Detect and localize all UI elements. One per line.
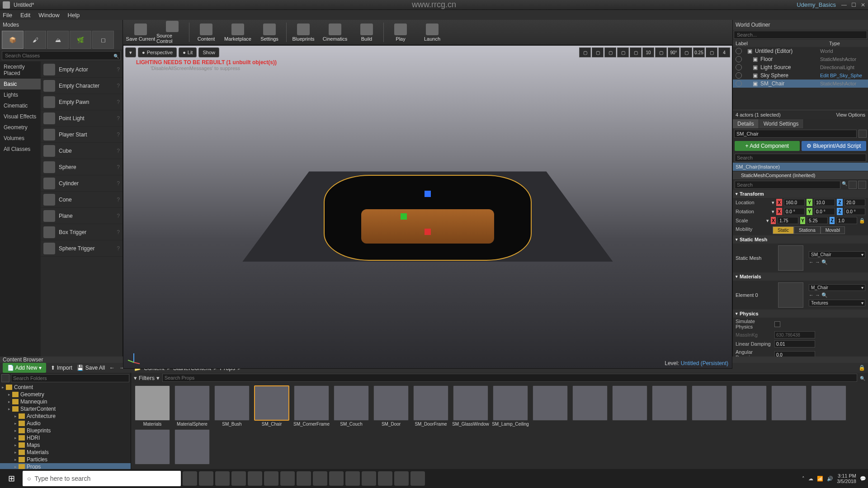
taskbar-clock[interactable]: 3:11 PM3/5/2018 bbox=[837, 473, 856, 484]
mode-place-icon[interactable]: 📦 bbox=[2, 31, 24, 49]
scale-lock-icon[interactable]: 🔒 bbox=[859, 218, 865, 224]
viewport-level-link[interactable]: Untitled (Persistent) bbox=[681, 360, 728, 366]
asset-tile[interactable]: SM_DoorFrame bbox=[412, 385, 449, 427]
viewport-tool-button[interactable]: ▢ bbox=[706, 47, 717, 57]
mobility-movable-button[interactable]: Movabl bbox=[821, 226, 845, 234]
asset-tile[interactable]: SM_Couch bbox=[333, 385, 370, 427]
gizmo-x-icon[interactable] bbox=[425, 229, 431, 235]
scale-y-input[interactable] bbox=[807, 217, 828, 224]
asset-tile[interactable] bbox=[691, 385, 728, 427]
viewport-tool-button[interactable]: 0.25 bbox=[693, 47, 705, 57]
asset-tile[interactable]: MaterialSphere bbox=[174, 385, 211, 427]
taskbar-app-icon[interactable] bbox=[313, 471, 327, 486]
section-materials[interactable]: Materials bbox=[733, 272, 868, 281]
section-static-mesh[interactable]: Static Mesh bbox=[733, 235, 868, 244]
tree-node[interactable]: ▸Content bbox=[0, 384, 131, 391]
modes-item[interactable]: Empty Pawn? bbox=[41, 94, 123, 110]
modes-item[interactable]: Cube? bbox=[41, 143, 123, 159]
taskbar-app-icon[interactable] bbox=[231, 471, 246, 486]
asset-tile[interactable] bbox=[611, 385, 648, 427]
taskbar-app-icon[interactable] bbox=[248, 471, 262, 486]
outliner-columns[interactable]: LabelType bbox=[733, 40, 868, 47]
tree-node[interactable]: ▸StarterContent bbox=[0, 405, 131, 413]
modes-cat-item[interactable]: All Classes bbox=[0, 144, 41, 155]
scale-z-input[interactable] bbox=[836, 217, 857, 224]
visibility-eye-icon[interactable] bbox=[736, 48, 742, 54]
outliner-row[interactable]: ▣FloorStaticMeshActor bbox=[733, 55, 868, 63]
viewport-tool-button[interactable]: 4 bbox=[718, 47, 730, 57]
taskbar-app-icon[interactable] bbox=[345, 471, 360, 486]
modes-item[interactable]: Player Start? bbox=[41, 127, 123, 143]
location-y-input[interactable] bbox=[814, 199, 835, 206]
outliner-row[interactable]: ▣Sky SphereEdit BP_Sky_Sphe bbox=[733, 71, 868, 80]
asset-tile[interactable] bbox=[770, 385, 807, 427]
asset-tile[interactable]: SM_GlassWindow bbox=[452, 385, 489, 427]
toolbar-play-button[interactable]: Play bbox=[385, 21, 416, 44]
menu-help[interactable]: Help bbox=[68, 12, 80, 19]
tray-cloud-icon[interactable]: ☁ bbox=[808, 476, 813, 482]
modes-cat-item[interactable]: Geometry bbox=[0, 122, 41, 133]
outliner-row[interactable]: ▣Light SourceDirectionalLight bbox=[733, 63, 868, 71]
toolbar-marketplace-button[interactable]: Marketplace bbox=[222, 21, 254, 44]
asset-tile[interactable]: SM_CornerFrame bbox=[293, 385, 330, 427]
actor-name-input[interactable] bbox=[734, 130, 857, 138]
taskbar-app-icon[interactable] bbox=[362, 471, 376, 486]
tray-chevron-icon[interactable]: ˄ bbox=[802, 476, 805, 482]
tree-node[interactable]: ▸HDRI bbox=[0, 434, 131, 441]
mobility-static-button[interactable]: Static bbox=[773, 226, 794, 234]
tree-node[interactable]: ▸Blueprints bbox=[0, 427, 131, 434]
outliner-search-input[interactable] bbox=[734, 31, 867, 39]
asset-tile[interactable] bbox=[651, 385, 688, 427]
taskbar-app-icon[interactable] bbox=[410, 471, 425, 486]
tree-node[interactable]: ▸Materials bbox=[0, 449, 131, 456]
taskbar-taskview-icon[interactable] bbox=[183, 471, 197, 486]
tab-world-settings[interactable]: World Settings bbox=[759, 119, 804, 128]
mode-geometry-icon[interactable]: ◻ bbox=[92, 31, 114, 49]
add-new-button[interactable]: 📄 Add New ▾ bbox=[3, 363, 46, 373]
tree-toggle-icon[interactable] bbox=[1, 374, 9, 382]
tree-node[interactable]: ▸Audio bbox=[0, 420, 131, 427]
modes-item[interactable]: Cylinder? bbox=[41, 175, 123, 192]
viewport[interactable]: ▾ ● Perspective ● Lit Show ▢▢▢▢▢10▢90°▢0… bbox=[123, 45, 732, 369]
tray-volume-icon[interactable]: 🔊 bbox=[827, 476, 833, 482]
visibility-eye-icon[interactable] bbox=[736, 64, 742, 70]
add-component-button[interactable]: + Add Component bbox=[735, 141, 800, 151]
viewport-tool-button[interactable]: ▢ bbox=[680, 47, 692, 57]
asset-tile[interactable] bbox=[571, 385, 609, 427]
material-textures-dropdown[interactable]: Textures bbox=[809, 300, 865, 306]
details-view-list-icon[interactable] bbox=[858, 181, 866, 189]
modes-item[interactable]: Sphere? bbox=[41, 159, 123, 175]
toolbar-source-control-button[interactable]: Source Control bbox=[156, 21, 188, 44]
modes-cat-item[interactable]: Cinematic bbox=[0, 100, 41, 111]
system-tray[interactable]: ˄ ☁ 📶 🔊 3:11 PM3/5/2018 💬 bbox=[802, 473, 866, 484]
tree-node[interactable]: ▸Geometry bbox=[0, 391, 131, 398]
tray-notifications-icon[interactable]: 💬 bbox=[860, 476, 866, 482]
toolbar-build-button[interactable]: Build bbox=[351, 21, 382, 44]
import-button[interactable]: ⬆ Import bbox=[51, 365, 72, 371]
viewport-tool-button[interactable]: ▢ bbox=[592, 47, 604, 57]
section-physics[interactable]: Physics bbox=[733, 310, 868, 318]
material-thumb-icon[interactable] bbox=[778, 282, 803, 308]
taskbar-app-icon[interactable] bbox=[280, 471, 295, 486]
location-z-input[interactable] bbox=[844, 199, 865, 206]
details-search-input[interactable] bbox=[735, 181, 840, 189]
toolbar-save-current-button[interactable]: Save Current bbox=[125, 21, 156, 44]
menu-file[interactable]: File bbox=[3, 12, 12, 19]
tree-search-input[interactable] bbox=[11, 374, 129, 382]
tree-node[interactable]: ▸Architecture bbox=[0, 413, 131, 420]
cb-lock-icon[interactable]: 🔒 bbox=[859, 365, 865, 371]
section-transform[interactable]: Transform bbox=[733, 190, 868, 198]
modes-cat-item[interactable]: Recently Placed bbox=[0, 61, 41, 79]
visibility-eye-icon[interactable] bbox=[736, 80, 742, 87]
viewport-tool-button[interactable]: 90° bbox=[668, 47, 679, 57]
taskbar-app-icon[interactable] bbox=[297, 471, 311, 486]
modes-cat-item[interactable]: Basic bbox=[0, 79, 41, 89]
toolbar-content-button[interactable]: Content bbox=[190, 21, 222, 44]
taskbar-app-icon[interactable] bbox=[199, 471, 213, 486]
tab-details[interactable]: Details bbox=[733, 119, 759, 128]
viewport-perspective-button[interactable]: ● Perspective bbox=[138, 47, 177, 57]
modes-cat-item[interactable]: Lights bbox=[0, 89, 41, 100]
outliner-row[interactable]: ▣SM_ChairStaticMeshActor bbox=[733, 80, 868, 88]
rotation-x-input[interactable] bbox=[784, 208, 805, 215]
viewport-menu-button[interactable]: ▾ bbox=[125, 47, 136, 57]
